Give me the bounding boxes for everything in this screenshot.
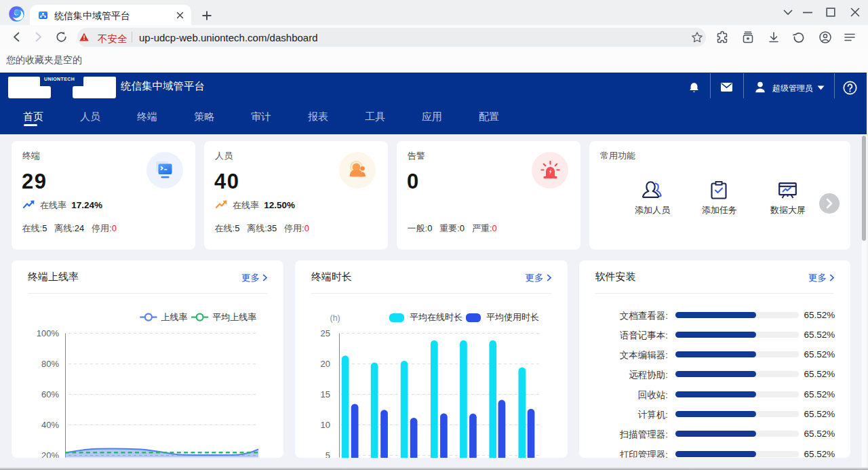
svg-text:平均在线时长: 平均在线时长 bbox=[410, 312, 462, 322]
svg-text:60%: 60% bbox=[41, 389, 59, 399]
svg-text:20: 20 bbox=[321, 359, 330, 369]
svg-text:10: 10 bbox=[321, 420, 330, 430]
svg-text:20%: 20% bbox=[41, 450, 59, 458]
svg-text:15: 15 bbox=[321, 389, 330, 399]
svg-text:(h): (h) bbox=[330, 313, 340, 323]
svg-text:平均上线率: 平均上线率 bbox=[212, 312, 256, 322]
svg-text:40%: 40% bbox=[41, 420, 59, 430]
svg-text:25: 25 bbox=[321, 328, 330, 338]
svg-text:平均使用时长: 平均使用时长 bbox=[486, 312, 539, 322]
svg-text:5: 5 bbox=[326, 450, 330, 458]
svg-text:100%: 100% bbox=[37, 328, 60, 338]
svg-text:80%: 80% bbox=[41, 359, 59, 369]
svg-text:上线率: 上线率 bbox=[161, 312, 188, 322]
